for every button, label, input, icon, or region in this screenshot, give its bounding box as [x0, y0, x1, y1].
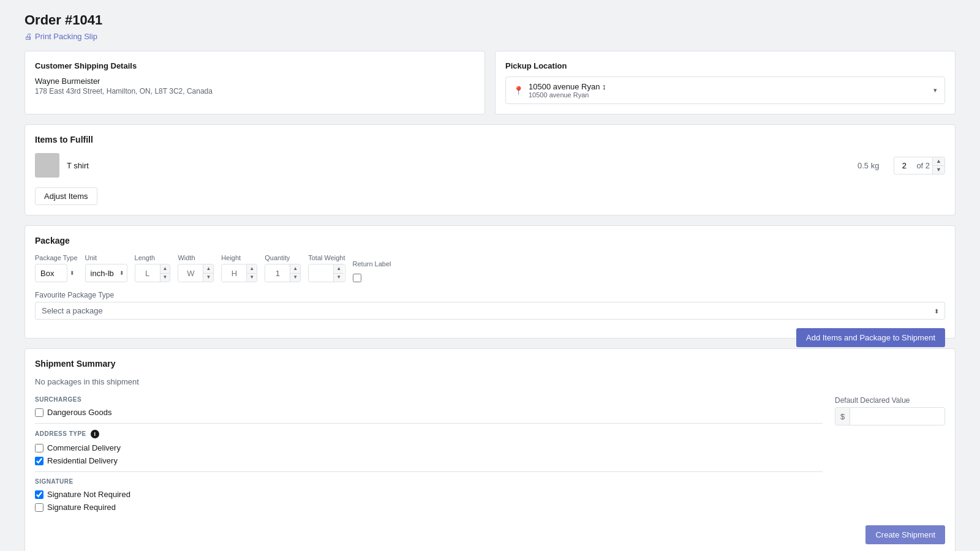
height-increase-button[interactable]: ▲	[247, 264, 257, 274]
total-weight-input-wrapper: ▲ ▼	[308, 264, 345, 282]
width-input-wrapper: ▲ ▼	[178, 264, 214, 282]
package-section-title: Package	[35, 236, 945, 246]
default-declared-value-section: Default Declared Value $ ▲ ▼	[835, 396, 945, 515]
width-increase-button[interactable]: ▲	[203, 264, 213, 274]
default-declared-value-label: Default Declared Value	[835, 396, 945, 405]
quantity-input[interactable]	[265, 264, 290, 282]
print-packing-slip-link[interactable]: 🖨 Print Packing Slip	[24, 32, 956, 41]
surcharges-left: SURCHARGES Dangerous Goods ADDRESS TYPE …	[35, 396, 823, 515]
package-type-select-wrapper: Box	[35, 264, 78, 282]
residential-delivery-label[interactable]: Residential Delivery	[47, 456, 118, 465]
table-row: T shirt 0.5 kg of 2 ▲ ▼	[35, 153, 945, 178]
top-cards: Customer Shipping Details Wayne Burmeist…	[24, 51, 956, 114]
quantity-increase-button[interactable]: ▲	[290, 264, 300, 274]
items-to-fulfill-card: Items to Fulfill T shirt 0.5 kg of 2 ▲ ▼…	[24, 124, 956, 216]
package-card: Package Package Type Box Unit	[24, 225, 956, 339]
return-label-field: Return Label	[353, 260, 391, 282]
shipping-card-title: Customer Shipping Details	[35, 61, 475, 70]
signature-required-label[interactable]: Signature Required	[47, 503, 116, 512]
qty-spinners: ▲ ▼	[932, 157, 944, 174]
width-spinners: ▲ ▼	[203, 264, 213, 282]
total-weight-spinners: ▲ ▼	[333, 264, 344, 282]
pickup-location-sub: 10500 avenue Ryan	[529, 91, 929, 99]
address-type-divider	[35, 471, 823, 472]
package-type-field: Package Type Box	[35, 254, 78, 282]
width-decrease-button[interactable]: ▼	[203, 274, 213, 282]
quantity-label: Quantity	[265, 254, 301, 261]
return-label-checkbox[interactable]	[353, 274, 361, 282]
total-weight-increase-button[interactable]: ▲	[334, 264, 344, 274]
return-label-checkbox-wrapper	[353, 274, 391, 282]
signature-not-required-checkbox[interactable]	[35, 490, 43, 499]
height-decrease-button[interactable]: ▼	[247, 274, 257, 282]
length-input[interactable]	[135, 264, 160, 282]
pickup-location-select[interactable]: 📍 10500 avenue Ryan ↕ 10500 avenue Ryan …	[505, 77, 945, 104]
return-label-label: Return Label	[353, 260, 391, 268]
signature-required-checkbox[interactable]	[35, 503, 43, 512]
signature-not-required-label[interactable]: Signature Not Required	[47, 490, 130, 499]
length-increase-button[interactable]: ▲	[160, 264, 170, 274]
qty-input[interactable]	[894, 159, 914, 173]
width-label: Width	[178, 254, 214, 261]
unit-select[interactable]: inch-lb cm-kg	[85, 264, 127, 282]
fav-package-select[interactable]: Select a package	[35, 302, 945, 320]
signature-required-row: Signature Required	[35, 503, 823, 512]
height-input-wrapper: ▲ ▼	[221, 264, 257, 282]
commercial-delivery-checkbox[interactable]	[35, 444, 43, 452]
quantity-decrease-button[interactable]: ▼	[290, 274, 300, 282]
width-input[interactable]	[178, 264, 203, 282]
dangerous-goods-checkbox[interactable]	[35, 408, 43, 417]
surcharges-divider	[35, 423, 823, 424]
unit-field: Unit inch-lb cm-kg	[85, 254, 127, 282]
signature-header: SIGNATURE	[35, 478, 823, 485]
address-type-header: ADDRESS TYPE i	[35, 430, 823, 438]
dangerous-goods-label[interactable]: Dangerous Goods	[47, 408, 112, 417]
customer-name: Wayne Burmeister	[35, 77, 475, 86]
item-weight: 0.5 kg	[858, 161, 879, 170]
shipment-summary-title: Shipment Summary	[35, 359, 945, 369]
favourite-package-wrapper: Favourite Package Type Select a package	[35, 291, 945, 320]
length-input-wrapper: ▲ ▼	[135, 264, 171, 282]
quantity-field: Quantity ▲ ▼	[265, 254, 301, 282]
dangerous-goods-row: Dangerous Goods	[35, 408, 823, 417]
quantity-spinners: ▲ ▼	[290, 264, 300, 282]
item-thumbnail	[35, 153, 59, 178]
height-spinners: ▲ ▼	[246, 264, 257, 282]
package-fields: Package Type Box Unit inch-lb cm-kg	[35, 254, 945, 282]
location-icon: 📍	[513, 86, 524, 96]
height-label: Height	[221, 254, 257, 261]
printer-icon: 🖨	[24, 32, 32, 41]
add-items-package-button[interactable]: Add Items and Package to Shipment	[796, 328, 945, 347]
total-weight-input[interactable]	[309, 264, 333, 282]
length-label: Length	[135, 254, 171, 261]
create-shipment-button[interactable]: Create Shipment	[865, 525, 945, 544]
chevron-down-icon: ▾	[933, 86, 937, 94]
items-to-fulfill-body: Items to Fulfill T shirt 0.5 kg of 2 ▲ ▼	[25, 125, 955, 187]
pickup-location-main: 10500 avenue Ryan ↕	[529, 82, 929, 91]
no-packages-text: No packages in this shipment	[35, 377, 945, 386]
total-weight-field: Total Weight ▲ ▼	[308, 254, 345, 282]
qty-increase-button[interactable]: ▲	[933, 157, 944, 166]
height-input[interactable]	[222, 264, 246, 282]
pickup-card-title: Pickup Location	[505, 61, 945, 70]
bottom-btn-area: Create Shipment	[35, 525, 945, 544]
order-header: Order #1041	[24, 12, 956, 28]
qty-decrease-button[interactable]: ▼	[933, 166, 944, 174]
fav-package-label: Favourite Package Type	[35, 291, 945, 299]
commercial-delivery-row: Commercial Delivery	[35, 443, 823, 452]
package-type-select[interactable]: Box	[35, 264, 67, 282]
commercial-delivery-label[interactable]: Commercial Delivery	[47, 443, 121, 452]
adjust-items-button[interactable]: Adjust Items	[35, 187, 97, 205]
residential-delivery-row: Residential Delivery	[35, 456, 823, 465]
signature-not-required-row: Signature Not Required	[35, 490, 823, 499]
unit-label: Unit	[85, 254, 127, 261]
length-decrease-button[interactable]: ▼	[160, 274, 170, 282]
item-name: T shirt	[67, 161, 850, 170]
width-field: Width ▲ ▼	[178, 254, 214, 282]
default-declared-value-input[interactable]	[850, 408, 945, 425]
fav-package-select-wrapper: Select a package	[35, 302, 945, 320]
pickup-location-card: Pickup Location 📍 10500 avenue Ryan ↕ 10…	[495, 51, 956, 114]
residential-delivery-checkbox[interactable]	[35, 457, 43, 465]
total-weight-label: Total Weight	[308, 254, 345, 261]
total-weight-decrease-button[interactable]: ▼	[334, 274, 344, 282]
